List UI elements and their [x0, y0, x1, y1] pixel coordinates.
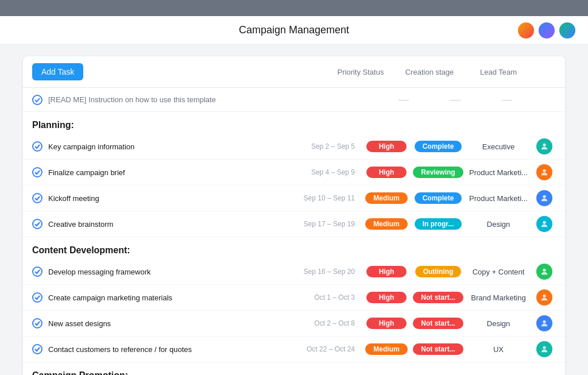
task-name: Contact customers to reference / for quo… [48, 345, 292, 354]
add-task-button[interactable]: Add Task [32, 63, 83, 80]
svg-point-6 [543, 320, 546, 323]
priority-cell: High [361, 292, 412, 303]
priority-badge: Medium [365, 343, 407, 355]
priority-badge: Medium [365, 192, 407, 204]
readme-text: [READ ME] Instruction on how to use this… [48, 95, 216, 104]
task-row[interactable]: Kickoff meeting Sep 10 – Sep 11 Medium C… [23, 185, 565, 211]
status-badge: In progr... [415, 218, 462, 230]
avatar-cell [533, 264, 556, 280]
task-name: Kickoff meeting [48, 194, 292, 203]
section-header-2: Campaign Promotion: [23, 362, 565, 375]
sections-container: Planning: Key campaign information Sep 2… [23, 112, 565, 375]
status-badge: Complete [415, 141, 462, 152]
priority-cell: High [361, 167, 412, 178]
section-header-0: Planning: [23, 112, 565, 134]
status-badge: Not start... [413, 318, 463, 329]
avatar-3 [558, 21, 577, 40]
svg-point-7 [543, 346, 546, 349]
task-name: New asset designs [48, 319, 292, 328]
status-cell: Not start... [412, 318, 464, 329]
task-check [32, 292, 42, 303]
col-header-lead: Lead Team [464, 68, 533, 76]
priority-cell: High [361, 318, 412, 329]
task-check [32, 266, 42, 277]
toolbar-right: Priority Status Creation stage Lead Team [326, 68, 556, 76]
priority-cell: Medium [361, 192, 412, 204]
task-name: Develop messaging framework [48, 268, 292, 276]
task-avatar [536, 341, 552, 357]
readme-dash-1: — [378, 94, 430, 106]
status-cell: Outlining [412, 266, 464, 277]
task-check [32, 344, 42, 354]
priority-badge: High [366, 318, 407, 329]
task-row[interactable]: Creative brainstorm Sep 17 – Sep 19 Medi… [23, 211, 565, 237]
priority-badge: High [366, 167, 407, 178]
table-toolbar: Add Task Priority Status Creation stage … [23, 56, 565, 88]
main-content: Add Task Priority Status Creation stage … [0, 45, 588, 375]
task-date: Sep 10 – Sep 11 [292, 194, 355, 202]
task-row[interactable]: Develop messaging framework Sep 16 – Sep… [23, 259, 565, 285]
lead-team-cell: Copy + Content [464, 268, 533, 276]
task-check [32, 193, 42, 203]
status-cell: Complete [412, 141, 464, 152]
section-header-1: Content Development: [23, 237, 565, 259]
svg-point-0 [543, 144, 546, 146]
task-row[interactable]: Finalize campaign brief Sep 4 – Sep 9 Hi… [23, 160, 565, 185]
task-row[interactable]: New asset designs Oct 2 – Oct 8 High Not… [23, 311, 565, 337]
svg-point-3 [543, 221, 546, 224]
page-title: Campaign Management [239, 24, 349, 36]
task-avatar [536, 164, 552, 180]
status-badge: Complete [415, 192, 462, 204]
status-cell: Complete [412, 192, 464, 204]
task-date: Oct 1 – Oct 3 [292, 293, 355, 301]
top-bar [0, 0, 588, 16]
svg-point-2 [543, 195, 546, 198]
status-cell: Not start... [412, 343, 464, 355]
avatar-cell [533, 138, 556, 154]
lead-team-cell: UX [464, 345, 533, 354]
task-name: Creative brainstorm [48, 220, 292, 229]
task-avatar [536, 190, 552, 206]
priority-badge: High [366, 141, 407, 152]
task-avatar [536, 289, 552, 306]
avatar-cell [533, 190, 556, 206]
task-table: Add Task Priority Status Creation stage … [23, 56, 565, 375]
readme-dash-2: — [430, 94, 481, 106]
task-check [32, 141, 42, 152]
svg-point-1 [543, 169, 546, 172]
task-date: Oct 2 – Oct 8 [292, 319, 355, 327]
task-row[interactable]: Create campaign marketing materials Oct … [23, 285, 565, 311]
avatar-cell [533, 216, 556, 232]
lead-team-cell: Brand Marketing [464, 293, 533, 302]
lead-team-cell: Executive [464, 142, 533, 151]
readme-dash-3: — [481, 94, 533, 106]
priority-cell: High [361, 266, 412, 277]
task-date: Sep 2 – Sep 5 [292, 142, 355, 150]
priority-badge: High [366, 292, 407, 303]
status-cell: Reviewing [412, 167, 464, 178]
priority-cell: Medium [361, 218, 412, 230]
lead-team-cell: Product Marketi... [464, 194, 533, 203]
status-cell: Not start... [412, 292, 464, 303]
avatar-cell [533, 315, 556, 331]
priority-cell: High [361, 141, 412, 152]
col-header-creation: Creation stage [395, 68, 464, 76]
readme-check [32, 95, 42, 105]
header: Campaign Management [0, 16, 588, 45]
task-row[interactable]: Key campaign information Sep 2 – Sep 5 H… [23, 134, 565, 160]
task-date: Oct 22 – Oct 24 [292, 345, 355, 353]
status-badge: Not start... [413, 343, 463, 355]
svg-point-5 [543, 295, 546, 297]
col-header-priority: Priority Status [326, 68, 395, 76]
readme-cols: — — — [378, 94, 556, 106]
lead-team-cell: Product Marketi... [464, 168, 533, 177]
status-badge: Not start... [413, 292, 463, 303]
task-check [32, 219, 42, 229]
avatar-cell [533, 164, 556, 180]
task-avatar [536, 138, 552, 154]
task-row[interactable]: Contact customers to reference / for quo… [23, 337, 565, 362]
priority-badge: Medium [365, 218, 407, 230]
header-avatars [517, 21, 577, 40]
readme-row: [READ ME] Instruction on how to use this… [23, 88, 565, 112]
status-badge: Reviewing [413, 167, 463, 178]
